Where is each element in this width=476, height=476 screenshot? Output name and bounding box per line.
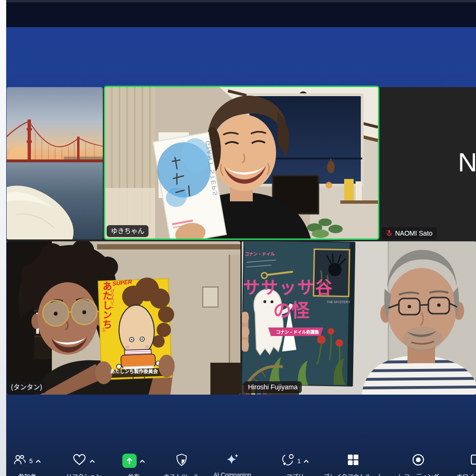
zoom-meeting-window: GIANT STEPS N xyxy=(0,0,476,476)
record-icon xyxy=(412,453,425,468)
participants-count: 5 xyxy=(29,457,32,465)
reactions-button[interactable]: リアクション xyxy=(66,452,101,476)
video-tile-tantan[interactable]: あたしンち SUPER けらえいこ ① あたしンち製作委員会 xyxy=(7,241,240,395)
participants-button[interactable]: 5 参加者 xyxy=(13,452,41,476)
participants-label: 参加者 xyxy=(18,472,36,476)
name-tag-yuki: ゆきちゃん xyxy=(107,225,149,237)
apps-count: 1 xyxy=(297,457,300,465)
mic-muted-icon xyxy=(386,229,393,237)
meeting-toolbar: 5 参加者 リアクション xyxy=(6,443,476,476)
heart-reaction-icon xyxy=(72,453,87,468)
yuki-scene xyxy=(105,87,378,238)
apps-label: アプリ xyxy=(286,472,304,476)
whiteboard-icon xyxy=(470,454,476,468)
name-tag-naomi-text: NAOMI Sato xyxy=(395,230,433,237)
share-chevron-up-icon[interactable] xyxy=(139,456,145,465)
desktop-edge-strip xyxy=(0,0,6,476)
participants-chevron-up-icon[interactable] xyxy=(36,456,41,465)
share-screen-icon xyxy=(122,454,137,468)
share-label: 共有 xyxy=(128,472,139,476)
apps-chevron-up-icon[interactable] xyxy=(304,456,309,465)
name-tag-tantan-text: (タンタン) xyxy=(11,384,42,390)
participants-icon xyxy=(13,454,26,468)
ai-companion-label: AI Companion xyxy=(213,472,251,476)
host-tools-button[interactable]: ホストツール xyxy=(163,452,199,476)
breakout-rooms-button[interactable]: ブレイクアウトルーム xyxy=(324,452,383,476)
name-tag-hiroshi: Hiroshi Fujiyama xyxy=(244,381,302,393)
name-tag-tantan: (タンタン) xyxy=(7,381,46,393)
reactions-chevron-up-icon[interactable] xyxy=(89,456,95,465)
share-screen-button[interactable]: 共有 xyxy=(122,452,145,476)
breakout-rooms-label: ブレイクアウトルーム xyxy=(324,472,383,476)
recording-button[interactable]: レコーディング xyxy=(398,452,439,476)
name-tag-naomi: NAOMI Sato xyxy=(381,227,437,239)
name-tag-yuki-text: ゆきちゃん xyxy=(111,228,144,234)
apps-icon xyxy=(281,453,294,468)
meeting-titlebar xyxy=(6,2,476,27)
reactions-label: リアクション xyxy=(66,472,101,476)
recording-label: レコーディング xyxy=(398,472,439,476)
whiteboard-label: ホワイトボード xyxy=(456,472,476,476)
ai-sparkle-icon xyxy=(225,453,239,469)
shield-icon xyxy=(175,453,188,468)
bridge-scene xyxy=(7,87,103,239)
tantan-scene xyxy=(7,241,240,395)
host-tools-label: ホストツール xyxy=(163,472,199,476)
name-tag-hiroshi-text: Hiroshi Fujiyama xyxy=(248,384,298,390)
naomi-avatar-initial: N xyxy=(458,147,476,178)
whiteboard-button[interactable]: ホワイトボード xyxy=(456,452,476,476)
apps-button[interactable]: 1 アプリ xyxy=(281,452,309,476)
video-tile-bridge-view[interactable] xyxy=(7,87,103,239)
ai-companion-button[interactable]: AI Companion xyxy=(213,452,251,476)
hiroshi-scene xyxy=(242,241,476,395)
video-tile-yuki[interactable]: GIANT STEPS xyxy=(104,86,379,240)
breakout-grid-icon xyxy=(347,453,360,468)
video-tile-hiroshi[interactable]: コナン・ドイル ササッサ谷 の怪 THE MYSTERY コナン・ドイル奇譚集 xyxy=(242,241,476,395)
